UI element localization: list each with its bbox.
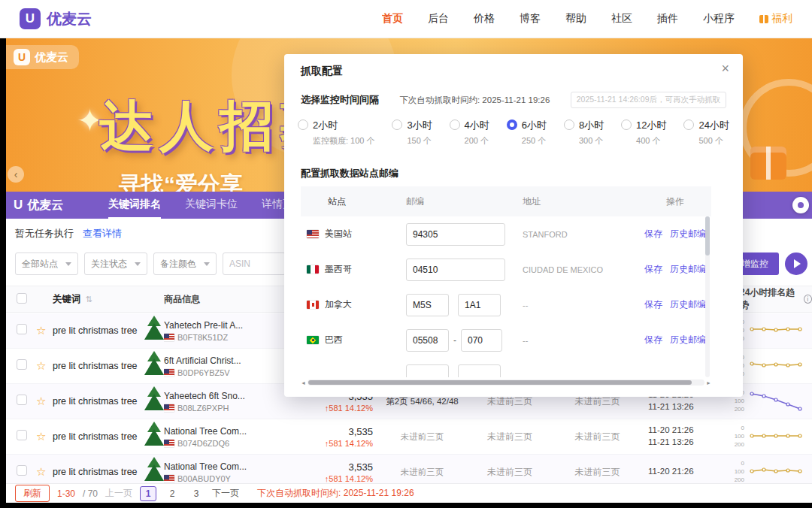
zip-input[interactable] xyxy=(461,329,502,352)
nav-item-blog[interactable]: 博客 xyxy=(520,12,541,26)
favorite-star-icon[interactable]: ☆ xyxy=(36,395,46,407)
app-window: U 优麦云 首页 后台 价格 博客 帮助 社区 插件 小程序 福利 U 优麦云 … xyxy=(0,0,812,508)
info-icon[interactable]: i xyxy=(804,295,812,304)
trend-sparkline xyxy=(749,354,803,378)
trend-sparkline xyxy=(749,389,803,413)
favorite-star-icon[interactable]: ☆ xyxy=(36,430,46,443)
history-zip-link[interactable]: 历史邮编 xyxy=(670,298,706,311)
horizontal-scrollbar-thumb[interactable] xyxy=(308,380,692,385)
rank-cell: 未进前三页 xyxy=(465,431,554,443)
prev-page-button[interactable]: 上一页 xyxy=(105,487,132,500)
interval-option-6h[interactable]: 6小时250 个 xyxy=(507,119,547,147)
save-link[interactable]: 保存 xyxy=(644,334,662,346)
nav-item-plugin[interactable]: 插件 xyxy=(657,12,678,26)
option-quota: 150 个 xyxy=(407,135,432,147)
option-quota: 200 个 xyxy=(465,135,489,147)
zip-input[interactable] xyxy=(406,329,449,352)
interval-option-4h[interactable]: 4小时200 个 xyxy=(450,119,489,147)
favorite-star-icon[interactable]: ☆ xyxy=(36,359,46,372)
history-zip-link[interactable]: 历史邮编 xyxy=(670,263,706,276)
product-asin: B00ABUDY0Y xyxy=(177,474,231,483)
top-navigation: U 优麦云 首页 后台 价格 博客 帮助 社区 插件 小程序 福利 xyxy=(0,0,812,38)
asin-input[interactable] xyxy=(223,252,286,275)
option-label: 3小时 xyxy=(407,119,432,132)
row-checkbox[interactable] xyxy=(17,324,27,334)
zip-input[interactable] xyxy=(406,364,449,378)
toolbar-brand-logo[interactable]: U 优麦云 xyxy=(14,198,92,213)
vertical-scrollbar[interactable] xyxy=(705,216,710,377)
rank-page-cell: 未进前三页 xyxy=(379,431,465,443)
select-all-checkbox[interactable] xyxy=(17,293,27,304)
next-fetch-note: 下次自动抓取时间约: 2025-11-21 19:26 xyxy=(257,487,414,500)
close-icon[interactable]: × xyxy=(721,61,729,77)
brand-name: 优麦云 xyxy=(47,9,92,29)
keyword-header-label: 关键词 xyxy=(53,294,81,304)
start-crawl-button[interactable] xyxy=(785,252,807,275)
zip-input[interactable] xyxy=(406,223,505,246)
row-checkbox[interactable] xyxy=(17,465,27,476)
trend-cell: 0100200 xyxy=(723,425,812,449)
interval-option-3h[interactable]: 3小时150 个 xyxy=(392,119,432,147)
vertical-scrollbar-thumb[interactable] xyxy=(705,216,710,256)
page-1-button[interactable]: 1 xyxy=(140,486,156,501)
save-link[interactable]: 保存 xyxy=(644,228,662,240)
option-label: 8小时 xyxy=(579,119,604,132)
refresh-button[interactable]: 刷新 xyxy=(15,485,50,502)
mexico-flag-icon xyxy=(307,265,319,274)
nav-item-pricing[interactable]: 价格 xyxy=(474,12,495,26)
option-quota: 400 个 xyxy=(636,135,666,147)
nav-item-community[interactable]: 社区 xyxy=(611,12,632,26)
nav-item-home[interactable]: 首页 xyxy=(382,12,403,26)
floating-widget-icon[interactable] xyxy=(792,197,809,213)
product-title: 6ft Artificial Christ... xyxy=(164,355,274,366)
nav-item-miniapp[interactable]: 小程序 xyxy=(703,12,735,26)
horizontal-scrollbar-track[interactable] xyxy=(308,379,704,386)
site-column-header: 站点 xyxy=(301,195,402,208)
favorite-star-icon[interactable]: ☆ xyxy=(36,465,46,478)
page-3-button[interactable]: 3 xyxy=(188,486,205,501)
row-checkbox[interactable] xyxy=(17,359,27,370)
nav-item-help[interactable]: 帮助 xyxy=(565,12,586,26)
history-zip-link[interactable]: 历史邮编 xyxy=(670,228,706,240)
view-details-link[interactable]: 查看详情 xyxy=(83,227,122,240)
next-page-button[interactable]: 下一页 xyxy=(212,487,239,500)
row-checkbox[interactable] xyxy=(17,430,27,440)
sort-icon[interactable]: ⇅ xyxy=(86,295,92,304)
interval-option-8h[interactable]: 8小时300 个 xyxy=(564,119,604,147)
us-flag-icon xyxy=(164,369,174,376)
nav-item-welfare-label: 福利 xyxy=(771,12,792,26)
zip-input[interactable] xyxy=(406,259,505,281)
interval-option-2h[interactable]: 2小时监控额度: 100 个 xyxy=(298,119,375,147)
favorite-star-icon[interactable]: ☆ xyxy=(36,324,46,337)
interval-option-24h[interactable]: 24小时500 个 xyxy=(683,119,729,147)
row-checkbox[interactable] xyxy=(17,395,27,405)
scroll-left-icon[interactable]: ◄ xyxy=(301,380,306,386)
zipcode-table: 站点 邮编 地址 操作 美国站 STANFORD 保存 历史邮编 墨西哥 CIU… xyxy=(301,186,711,377)
brand-logo[interactable]: U 优麦云 xyxy=(20,8,92,29)
follow-status-select[interactable]: 关注状态 xyxy=(84,252,147,275)
scroll-right-icon[interactable]: ► xyxy=(706,380,711,386)
tab-keyword-slot[interactable]: 关键词卡位 xyxy=(185,192,238,219)
save-link[interactable]: 保存 xyxy=(644,263,662,276)
gift-icon xyxy=(759,15,768,23)
table-row[interactable]: ☆ pre lit christmas tree National Tree C… xyxy=(6,419,812,455)
rank-page-cell: 未进前三页 xyxy=(379,467,465,478)
note-color-select[interactable]: 备注颜色 xyxy=(153,252,217,275)
banner-prev-button[interactable]: ‹ xyxy=(8,166,24,183)
page-2-button[interactable]: 2 xyxy=(164,486,180,501)
zip-input[interactable] xyxy=(458,364,501,378)
site-filter-select[interactable]: 全部站点 xyxy=(15,252,78,275)
product-title: Yahetech Pre-lit A... xyxy=(164,320,274,331)
zip-input[interactable] xyxy=(406,294,449,316)
nav-item-welfare[interactable]: 福利 xyxy=(759,12,792,26)
manual-fetch-note: 2025-11-21 14:26:09后，可再次手动抓取 xyxy=(571,92,726,108)
nav-item-backend[interactable]: 后台 xyxy=(428,12,449,26)
interval-option-12h[interactable]: 12小时400 个 xyxy=(621,119,666,147)
history-zip-link[interactable]: 历史邮编 xyxy=(670,334,706,346)
banner-brand-name: 优麦云 xyxy=(35,50,68,65)
save-link[interactable]: 保存 xyxy=(644,298,662,311)
zip-input[interactable] xyxy=(458,294,501,316)
tab-keyword-rank[interactable]: 关键词排名 xyxy=(108,192,161,219)
horizontal-scrollbar[interactable]: ◄ ► xyxy=(301,379,711,386)
option-quota: 500 个 xyxy=(698,135,729,147)
